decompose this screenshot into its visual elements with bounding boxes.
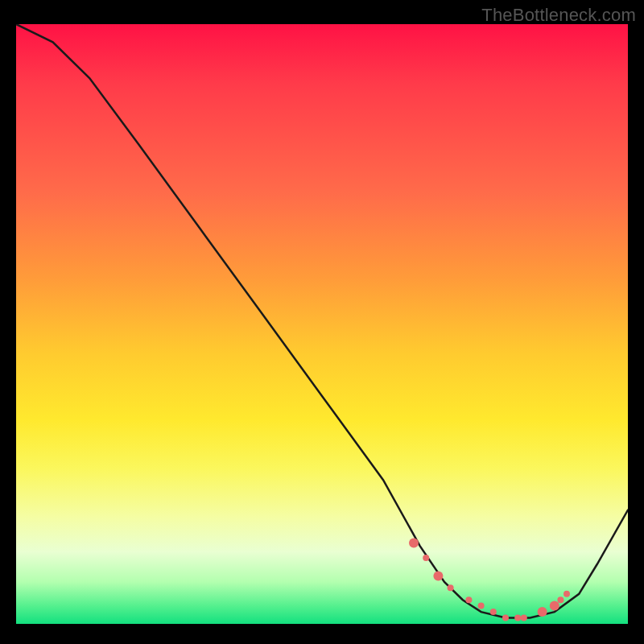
marker-dot bbox=[557, 597, 564, 603]
marker-dot bbox=[550, 601, 559, 611]
marker-dot bbox=[478, 603, 485, 609]
marker-dot bbox=[490, 609, 497, 615]
chart-frame: TheBottleneck.com bbox=[0, 0, 644, 644]
marker-dot bbox=[502, 615, 509, 621]
marker-dot bbox=[514, 615, 521, 621]
marker-dot bbox=[465, 597, 472, 603]
marker-group bbox=[409, 538, 570, 621]
marker-dot bbox=[564, 591, 570, 597]
curve-path bbox=[16, 24, 628, 618]
chart-svg bbox=[16, 24, 628, 624]
plot-area bbox=[16, 24, 628, 624]
watermark-label: TheBottleneck.com bbox=[481, 5, 636, 26]
marker-dot bbox=[448, 584, 454, 591]
marker-dot bbox=[433, 571, 443, 580]
marker-dot bbox=[538, 607, 547, 617]
marker-dot bbox=[409, 538, 419, 547]
marker-dot bbox=[423, 555, 429, 561]
marker-dot bbox=[521, 615, 527, 621]
